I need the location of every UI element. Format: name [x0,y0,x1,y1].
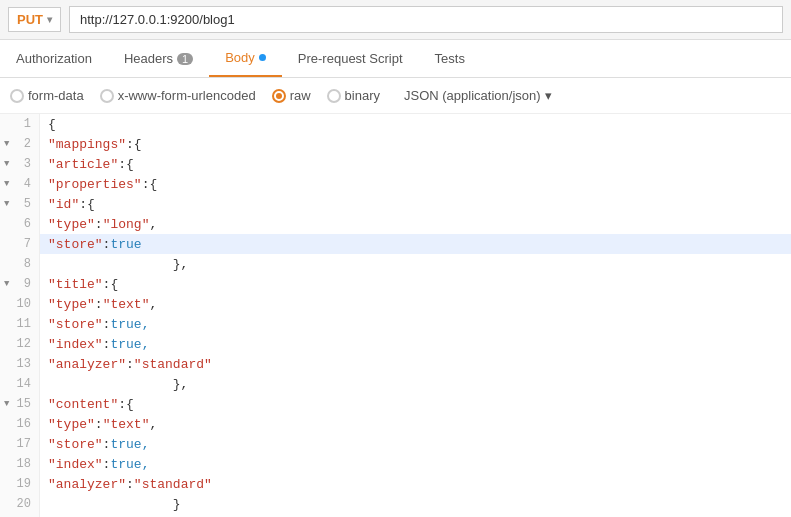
raw-radio[interactable] [272,89,286,103]
tab-body[interactable]: Body [209,40,282,77]
code-line: "index":true, [40,334,791,354]
code-line: "properties":{ [40,174,791,194]
json-type-label: JSON (application/json) [404,88,541,103]
body-type-urlencoded[interactable]: x-www-form-urlencoded [100,88,256,103]
line-number: ▼5 [0,194,39,214]
line-number: 14 [0,374,39,394]
code-line: "title":{ [40,274,791,294]
line-number: ▼3 [0,154,39,174]
line-number: 10 [0,294,39,314]
tab-body-label: Body [225,50,255,65]
body-type-raw[interactable]: raw [272,88,311,103]
line-number: ▼4 [0,174,39,194]
code-line: "store":true, [40,434,791,454]
line-number: 12 [0,334,39,354]
tab-headers[interactable]: Headers 1 [108,40,209,77]
tab-pre-request-script[interactable]: Pre-request Script [282,40,419,77]
code-line: "article":{ [40,154,791,174]
line-number: ▼2 [0,134,39,154]
raw-label: raw [290,88,311,103]
code-line: "store":true, [40,314,791,334]
code-editor[interactable]: 1▼2▼3▼4▼5678▼91011121314▼15161718192021 … [0,114,791,517]
code-line: "index":true, [40,454,791,474]
line-number: 1 [0,114,39,134]
tab-pre-request-label: Pre-request Script [298,51,403,66]
line-numbers: 1▼2▼3▼4▼5678▼91011121314▼15161718192021 [0,114,40,517]
line-number: 7 [0,234,39,254]
json-type-chevron-icon: ▾ [545,88,552,103]
line-number: ▼15 [0,394,39,414]
method-chevron-icon: ▾ [47,14,52,25]
urlencoded-radio[interactable] [100,89,114,103]
method-selector[interactable]: PUT ▾ [8,7,61,32]
tab-authorization-label: Authorization [16,51,92,66]
code-line: } [40,494,791,514]
line-number: 6 [0,214,39,234]
line-number: 17 [0,434,39,454]
line-number: ▼9 [0,274,39,294]
url-input[interactable] [69,6,783,33]
tab-authorization[interactable]: Authorization [0,40,108,77]
code-content[interactable]: { "mappings":{ "article":{ "properties":… [40,114,791,517]
method-label: PUT [17,12,43,27]
code-line: { [40,114,791,134]
line-number: 13 [0,354,39,374]
line-number: 16 [0,414,39,434]
code-line: "analyzer":"standard" [40,354,791,374]
body-type-form-data[interactable]: form-data [10,88,84,103]
code-line: "id":{ [40,194,791,214]
binary-radio[interactable] [327,89,341,103]
code-line: "store":true [40,234,791,254]
code-line: }, [40,374,791,394]
url-bar: PUT ▾ [0,0,791,40]
body-dot-indicator [259,54,266,61]
body-type-binary[interactable]: binary [327,88,380,103]
tab-headers-label: Headers [124,51,173,66]
body-type-bar: form-data x-www-form-urlencoded raw bina… [0,78,791,114]
code-line: "type":"text", [40,414,791,434]
line-number: 18 [0,454,39,474]
tab-tests-label: Tests [435,51,465,66]
line-number: 20 [0,494,39,514]
line-number: 19 [0,474,39,494]
json-type-selector[interactable]: JSON (application/json) ▾ [404,88,552,103]
code-line: "content":{ [40,394,791,414]
line-number: 8 [0,254,39,274]
code-line: "analyzer":"standard" [40,474,791,494]
code-line: "type":"long", [40,214,791,234]
headers-badge: 1 [177,53,193,65]
form-data-radio[interactable] [10,89,24,103]
urlencoded-label: x-www-form-urlencoded [118,88,256,103]
tab-tests[interactable]: Tests [419,40,481,77]
code-line: }, [40,254,791,274]
code-line: "type":"text", [40,294,791,314]
form-data-label: form-data [28,88,84,103]
line-number: 11 [0,314,39,334]
binary-label: binary [345,88,380,103]
tab-bar: Authorization Headers 1 Body Pre-request… [0,40,791,78]
code-line: "mappings":{ [40,134,791,154]
